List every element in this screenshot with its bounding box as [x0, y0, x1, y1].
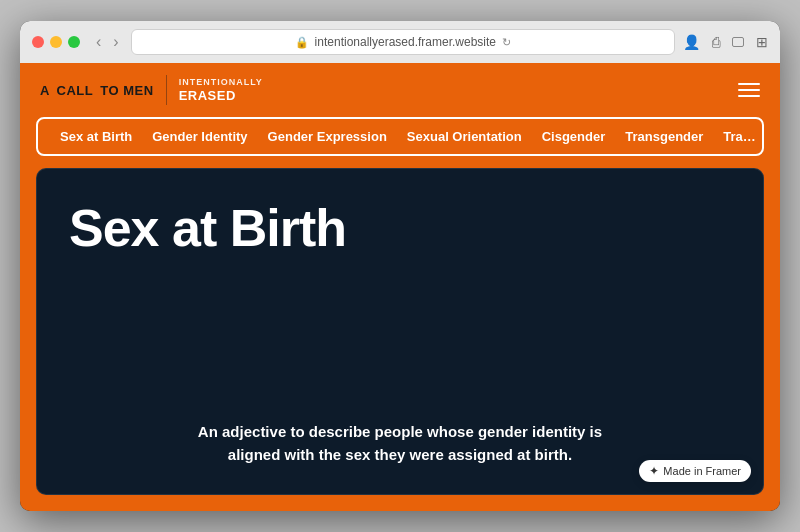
- browser-titlebar: ‹ › 🔒 intentionallyerased.framer.website…: [32, 29, 768, 55]
- url-text: intentionallyerased.framer.website: [315, 35, 496, 49]
- maximize-button[interactable]: [68, 36, 80, 48]
- card-description: An adjective to describe people whose ge…: [69, 421, 731, 466]
- nav-tab-cisgender[interactable]: Cisgender: [532, 127, 616, 146]
- nav-tabs: Sex at Birth Gender Identity Gender Expr…: [20, 117, 780, 168]
- logo-call-to-men: A CALL TO MEN: [40, 83, 154, 98]
- framer-badge[interactable]: ✦ Made in Framer: [639, 460, 751, 482]
- close-button[interactable]: [32, 36, 44, 48]
- nav-buttons: ‹ ›: [92, 32, 123, 52]
- site-header: A CALL TO MEN INTENTIONALLY ERASED: [20, 63, 780, 117]
- lock-icon: 🔒: [295, 36, 309, 49]
- nav-tab-transgender[interactable]: Transgender: [615, 127, 713, 146]
- person-icon[interactable]: 👤: [683, 34, 700, 50]
- minimize-button[interactable]: [50, 36, 62, 48]
- back-button[interactable]: ‹: [92, 32, 105, 52]
- logo-intentionally-erased: INTENTIONALLY ERASED: [179, 77, 263, 103]
- nav-tab-sex-at-birth[interactable]: Sex at Birth: [50, 127, 142, 146]
- browser-window: ‹ › 🔒 intentionallyerased.framer.website…: [20, 21, 780, 511]
- logo-divider: [166, 75, 167, 105]
- main-card: Sex at Birth An adjective to describe pe…: [36, 168, 764, 495]
- url-bar[interactable]: 🔒 intentionallyerased.framer.website ↻: [131, 29, 675, 55]
- nav-tab-sexual-orientation[interactable]: Sexual Orientation: [397, 127, 532, 146]
- nav-tab-gender-expression[interactable]: Gender Expression: [258, 127, 397, 146]
- nav-tab-more[interactable]: Tra…: [713, 127, 764, 146]
- new-tab-icon[interactable]: [732, 37, 744, 47]
- reload-icon: ↻: [502, 36, 511, 49]
- window-controls-right: 👤 ⎙ ⊞: [683, 34, 768, 50]
- framer-icon: ✦: [649, 464, 659, 478]
- traffic-lights: [32, 36, 80, 48]
- website-content: A CALL TO MEN INTENTIONALLY ERASED Sex a…: [20, 63, 780, 511]
- site-logo: A CALL TO MEN INTENTIONALLY ERASED: [40, 75, 263, 105]
- framer-badge-text: Made in Framer: [663, 465, 741, 477]
- card-title: Sex at Birth: [69, 201, 731, 256]
- forward-button[interactable]: ›: [109, 32, 122, 52]
- hamburger-menu[interactable]: [738, 83, 760, 97]
- nav-tabs-inner: Sex at Birth Gender Identity Gender Expr…: [36, 117, 764, 156]
- share-icon[interactable]: ⎙: [712, 34, 720, 50]
- nav-tab-gender-identity[interactable]: Gender Identity: [142, 127, 257, 146]
- browser-chrome: ‹ › 🔒 intentionallyerased.framer.website…: [20, 21, 780, 63]
- more-icon[interactable]: ⊞: [756, 34, 768, 50]
